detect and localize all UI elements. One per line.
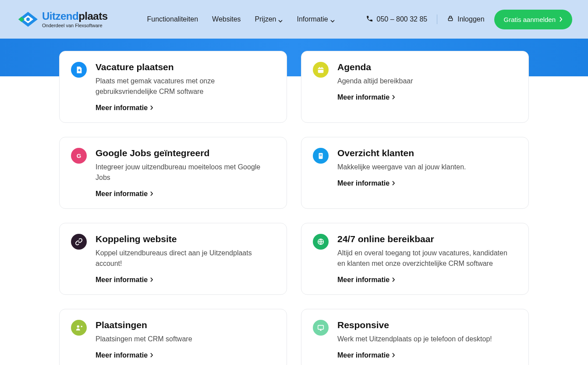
chevron-right-icon bbox=[559, 16, 563, 23]
more-info-link[interactable]: Meer informatie bbox=[96, 276, 153, 284]
chevron-right-icon bbox=[150, 351, 153, 359]
more-info-label: Meer informatie bbox=[337, 276, 390, 284]
card-body: Vacature plaatsenPlaats met gemak vacatu… bbox=[96, 62, 275, 112]
nav-item-websites[interactable]: Websites bbox=[212, 15, 241, 23]
nav-item-label: Functionaliteiten bbox=[147, 15, 198, 23]
chevron-right-icon bbox=[150, 104, 153, 112]
svg-rect-4 bbox=[449, 18, 453, 21]
more-info-link[interactable]: Meer informatie bbox=[96, 190, 153, 198]
chevron-right-icon bbox=[150, 190, 153, 198]
card-body: Google Jobs geïntegreerdIntegreer jouw u… bbox=[96, 148, 275, 198]
more-info-label: Meer informatie bbox=[337, 351, 390, 359]
nav-item-prijzen[interactable]: Prijzen bbox=[255, 15, 283, 23]
globe-icon bbox=[313, 234, 329, 250]
card-title: 24/7 online bereikbaar bbox=[337, 234, 517, 244]
feature-cards-grid: Vacature plaatsenPlaats met gemak vacatu… bbox=[59, 51, 529, 365]
more-info-link[interactable]: Meer informatie bbox=[337, 93, 395, 101]
divider bbox=[437, 14, 437, 24]
more-info-link[interactable]: Meer informatie bbox=[96, 104, 153, 112]
svg-point-3 bbox=[26, 18, 30, 21]
feature-card: Google Jobs geïntegreerdIntegreer jouw u… bbox=[59, 137, 287, 209]
chevron-down-icon bbox=[330, 17, 335, 21]
card-title: Plaatsingen bbox=[96, 320, 275, 330]
more-info-link[interactable]: Meer informatie bbox=[96, 351, 153, 359]
nav-item-label: Informatie bbox=[297, 15, 328, 23]
card-body: Koppeling websiteKoppel uitzendbureaus d… bbox=[96, 234, 275, 284]
main-nav: FunctionaliteitenWebsitesPrijzenInformat… bbox=[147, 15, 335, 23]
card-title: Overzicht klanten bbox=[337, 148, 517, 158]
phone-link[interactable]: 050 – 800 32 85 bbox=[366, 15, 428, 24]
more-info-label: Meer informatie bbox=[337, 93, 390, 101]
feature-card: Koppeling websiteKoppel uitzendbureaus d… bbox=[59, 223, 287, 295]
chevron-down-icon bbox=[278, 17, 283, 21]
login-label: Inloggen bbox=[457, 15, 484, 23]
card-description: Plaats met gemak vacatures met onze gebr… bbox=[96, 76, 275, 97]
card-description: Plaatsingen met CRM software bbox=[96, 334, 275, 344]
building-icon bbox=[313, 148, 329, 164]
logo-text: Uitzendplaats Onderdeel van Flexsoftware bbox=[42, 11, 108, 28]
logo-mark-icon bbox=[18, 12, 38, 27]
more-info-label: Meer informatie bbox=[337, 179, 390, 187]
more-info-label: Meer informatie bbox=[96, 351, 148, 359]
card-description: Integreer jouw uitzendbureau moeiteloos … bbox=[96, 162, 275, 183]
more-info-link[interactable]: Meer informatie bbox=[337, 276, 395, 284]
nav-item-informatie[interactable]: Informatie bbox=[297, 15, 334, 23]
user-plus-icon bbox=[71, 320, 87, 336]
nav-item-label: Websites bbox=[212, 15, 241, 23]
brand-subtitle: Onderdeel van Flexsoftware bbox=[42, 23, 108, 28]
card-title: Google Jobs geïntegreerd bbox=[96, 148, 275, 158]
feature-card: ResponsiveWerk met Uitzendplaats op je t… bbox=[301, 309, 529, 365]
login-link[interactable]: Inloggen bbox=[447, 15, 484, 24]
phone-icon bbox=[366, 15, 373, 24]
card-description: Werk met Uitzendplaats op je telefoon of… bbox=[337, 334, 517, 344]
card-body: 24/7 online bereikbaarAltijd en overal t… bbox=[337, 234, 517, 284]
phone-number: 050 – 800 32 85 bbox=[377, 15, 428, 23]
card-description: Agenda altijd bereikbaar bbox=[337, 76, 517, 86]
more-info-label: Meer informatie bbox=[96, 104, 148, 112]
site-header: Uitzendplaats Onderdeel van Flexsoftware… bbox=[0, 0, 588, 39]
google-g-icon bbox=[71, 148, 87, 164]
more-info-label: Meer informatie bbox=[96, 190, 148, 198]
card-body: PlaatsingenPlaatsingen met CRM softwareM… bbox=[96, 320, 275, 359]
feature-card: AgendaAgenda altijd bereikbaarMeer infor… bbox=[301, 51, 529, 123]
signup-cta-button[interactable]: Gratis aanmelden bbox=[494, 10, 572, 29]
card-body: ResponsiveWerk met Uitzendplaats op je t… bbox=[337, 320, 517, 359]
nav-item-functionaliteiten[interactable]: Functionaliteiten bbox=[147, 15, 198, 23]
link-icon bbox=[71, 234, 87, 250]
chevron-right-icon bbox=[392, 179, 395, 187]
signup-cta-label: Gratis aanmelden bbox=[504, 16, 556, 23]
more-info-link[interactable]: Meer informatie bbox=[337, 351, 395, 359]
card-description: Koppel uitzendbureaus direct aan je Uitz… bbox=[96, 248, 275, 269]
doc-plus-icon bbox=[71, 62, 87, 78]
brand-word-secondary: plaats bbox=[78, 10, 107, 22]
card-body: Overzicht klantenMakkelijke weergave van… bbox=[337, 148, 517, 198]
card-description: Makkelijke weergave van al jouw klanten. bbox=[337, 162, 517, 172]
feature-card: 24/7 online bereikbaarAltijd en overal t… bbox=[301, 223, 529, 295]
more-info-label: Meer informatie bbox=[96, 276, 148, 284]
card-title: Responsive bbox=[337, 320, 517, 330]
chevron-right-icon bbox=[392, 93, 395, 101]
feature-card: PlaatsingenPlaatsingen met CRM softwareM… bbox=[59, 309, 287, 365]
header-actions: 050 – 800 32 85 Inloggen Gratis aanmelde… bbox=[366, 10, 572, 29]
card-body: AgendaAgenda altijd bereikbaarMeer infor… bbox=[337, 62, 517, 112]
lock-icon bbox=[447, 15, 454, 24]
feature-card: Overzicht klantenMakkelijke weergave van… bbox=[301, 137, 529, 209]
card-title: Koppeling website bbox=[96, 234, 275, 244]
chevron-right-icon bbox=[150, 276, 153, 284]
chevron-right-icon bbox=[392, 351, 395, 359]
brand-word-primary: Uitzend bbox=[42, 10, 78, 22]
monitor-icon bbox=[313, 320, 329, 336]
logo[interactable]: Uitzendplaats Onderdeel van Flexsoftware bbox=[18, 11, 108, 28]
nav-item-label: Prijzen bbox=[255, 15, 276, 23]
feature-card: Vacature plaatsenPlaats met gemak vacatu… bbox=[59, 51, 287, 123]
card-title: Vacature plaatsen bbox=[96, 62, 275, 72]
card-description: Altijd en overal toegang tot jouw vacatu… bbox=[337, 248, 517, 269]
calendar-icon bbox=[313, 62, 329, 78]
chevron-right-icon bbox=[392, 276, 395, 284]
card-title: Agenda bbox=[337, 62, 517, 72]
more-info-link[interactable]: Meer informatie bbox=[337, 179, 395, 187]
